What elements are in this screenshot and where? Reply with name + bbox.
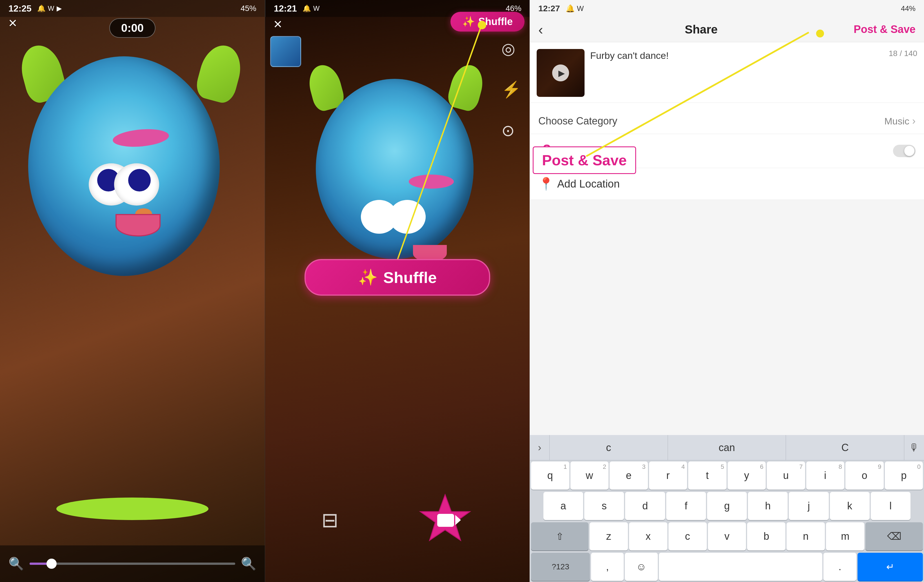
key-numbers[interactable]: ?123	[531, 553, 590, 581]
key-l[interactable]: l	[871, 492, 911, 520]
furby1-eye-right	[114, 163, 159, 206]
key-u-num: 7	[799, 463, 803, 470]
panel1-battery: 45%	[241, 4, 256, 13]
panel3-set-to-private-label: Set to Private	[562, 145, 893, 157]
panel3-status-icons: 🔔 W	[566, 4, 584, 13]
panel1-zoom-out-icon[interactable]: 🔍	[8, 556, 24, 571]
panel2-shuffle-sparkle-icon: ✨	[462, 16, 475, 28]
panel3-predictive-word-C[interactable]: C	[786, 435, 904, 460]
key-g[interactable]: g	[707, 492, 747, 520]
key-t-num: 5	[721, 463, 724, 470]
panel3-keyboard-row2: a s d f g h j k l	[530, 491, 924, 521]
key-shift[interactable]: ⇧	[531, 522, 589, 551]
key-emoji[interactable]: ☺	[625, 553, 657, 581]
panel3-choose-category-label: Choose Category	[538, 115, 884, 127]
key-q[interactable]: 1q	[531, 462, 569, 490]
panel3-play-overlay[interactable]: ▶	[552, 64, 569, 81]
key-k[interactable]: k	[830, 492, 870, 520]
key-p-num: 0	[917, 463, 921, 470]
key-a[interactable]: a	[543, 492, 583, 520]
key-t[interactable]: 5t	[688, 462, 726, 490]
panel1-zoom-slider[interactable]	[30, 562, 235, 565]
panel3-status-bar: 12:27 🔔 W 44%	[530, 0, 924, 17]
key-u[interactable]: 7u	[767, 462, 805, 490]
key-o[interactable]: 9o	[845, 462, 884, 490]
panel2-w-icon: W	[313, 5, 320, 12]
panel1-notification-icon: 🔔	[37, 5, 46, 12]
key-m[interactable]: m	[826, 522, 864, 551]
panel3-set-to-private-row[interactable]: Set to Private	[530, 134, 924, 168]
panel3-caption-area[interactable]: Furby can't dance!	[590, 49, 917, 63]
key-z[interactable]: z	[590, 522, 628, 551]
furby1-body	[28, 56, 220, 276]
panel2-effect-icon[interactable]: ⊙	[502, 121, 521, 140]
panel2-right-icons: ◎ ⚡ ⊙	[502, 40, 521, 140]
key-e-num: 3	[642, 463, 645, 470]
panel3-notification-icon: 🔔	[566, 4, 575, 13]
panel2-flash-icon[interactable]: ⚡	[502, 80, 521, 99]
panel3-mic-icon[interactable]: 🎙	[904, 435, 924, 460]
key-q-num: 1	[563, 463, 567, 470]
key-period[interactable]: .	[823, 553, 856, 581]
key-comma[interactable]: ,	[591, 553, 624, 581]
panel2-shuffle-center-label: Shuffle	[383, 268, 437, 287]
key-p[interactable]: 0p	[885, 462, 923, 490]
key-b[interactable]: b	[747, 522, 785, 551]
panel3-battery: 44%	[901, 4, 916, 13]
key-space[interactable]	[659, 553, 823, 581]
panel1-slider-thumb[interactable]	[46, 559, 57, 569]
panel3-private-toggle[interactable]	[893, 145, 916, 157]
key-o-num: 9	[878, 463, 881, 470]
key-n[interactable]: n	[787, 522, 825, 551]
furby1-beak	[116, 214, 160, 236]
panel3-post-save-button[interactable]: Post & Save	[853, 23, 916, 35]
key-e[interactable]: 3e	[610, 462, 648, 490]
panel2-shuffle-button-top[interactable]: ✨ Shuffle	[450, 12, 525, 31]
key-w-num: 2	[603, 463, 606, 470]
panel3-play-icon: ▶	[558, 68, 565, 78]
svg-rect-2	[437, 514, 454, 527]
panel2-camera-icon[interactable]: ◎	[502, 40, 521, 58]
panel3: 12:27 🔔 W 44% ‹ Share Post & Save ▶ Furb…	[530, 0, 924, 582]
panel3-keyboard-row4: ?123 , ☺ . ↵	[530, 552, 924, 582]
panel1-zoom-in-icon[interactable]: 🔍	[241, 556, 256, 571]
panel3-content-area: ▶ Furby can't dance! 18 / 140 Choose Cat…	[530, 42, 924, 200]
panel2-close-button[interactable]: ×	[274, 15, 282, 32]
key-r[interactable]: 4r	[649, 462, 687, 490]
panel1-bottom-bar: 🔍 🔍	[0, 546, 265, 582]
key-c[interactable]: c	[668, 522, 707, 551]
panel3-predictive-word-can[interactable]: can	[668, 435, 786, 460]
key-w[interactable]: 2w	[571, 462, 609, 490]
key-h[interactable]: h	[748, 492, 788, 520]
key-return[interactable]: ↵	[858, 553, 923, 581]
panel3-media-thumbnail[interactable]: ▶	[537, 49, 584, 97]
panel2-shuffle-button-center[interactable]: ✨ Shuffle	[305, 259, 490, 296]
panel2-shuffle-center-sparkle-icon: ✨	[358, 268, 378, 287]
key-i[interactable]: 8i	[806, 462, 845, 490]
panel3-predictive-word-c[interactable]: c	[549, 435, 668, 460]
key-delete[interactable]: ⌫	[865, 522, 923, 551]
panel3-pin-icon: 📍	[538, 176, 554, 191]
panel3-back-button[interactable]: ‹	[538, 21, 543, 38]
panel3-keyboard-row1: 1q 2w 3e 4r 5t 6y 7u 8i 9o 0p	[530, 460, 924, 491]
panel2-star-icon[interactable]	[417, 492, 473, 548]
key-y-num: 6	[760, 463, 764, 470]
panel3-caption-text[interactable]: Furby can't dance!	[590, 49, 917, 63]
panel2-thumbnail[interactable]	[270, 36, 301, 67]
key-f[interactable]: f	[666, 492, 706, 520]
panel2-gallery-icon[interactable]: ⊟	[322, 508, 338, 532]
key-x[interactable]: x	[629, 522, 667, 551]
furby1-feet	[56, 498, 208, 520]
panel3-add-location-row[interactable]: 📍 Add Location	[530, 168, 924, 200]
key-s[interactable]: s	[584, 492, 624, 520]
key-d[interactable]: d	[625, 492, 665, 520]
panel2-notification-icon: 🔔	[302, 5, 311, 12]
panel1-close-button[interactable]: ×	[8, 15, 17, 30]
key-y[interactable]: 6y	[728, 462, 766, 490]
key-j[interactable]: j	[789, 492, 828, 520]
panel1-timer-badge: 0:00	[109, 18, 155, 38]
key-v[interactable]: v	[708, 522, 746, 551]
panel3-music-label: Music	[884, 116, 909, 127]
panel3-predictive-expand[interactable]: ›	[530, 435, 549, 460]
panel3-category-row[interactable]: Choose Category Music ›	[530, 109, 924, 134]
